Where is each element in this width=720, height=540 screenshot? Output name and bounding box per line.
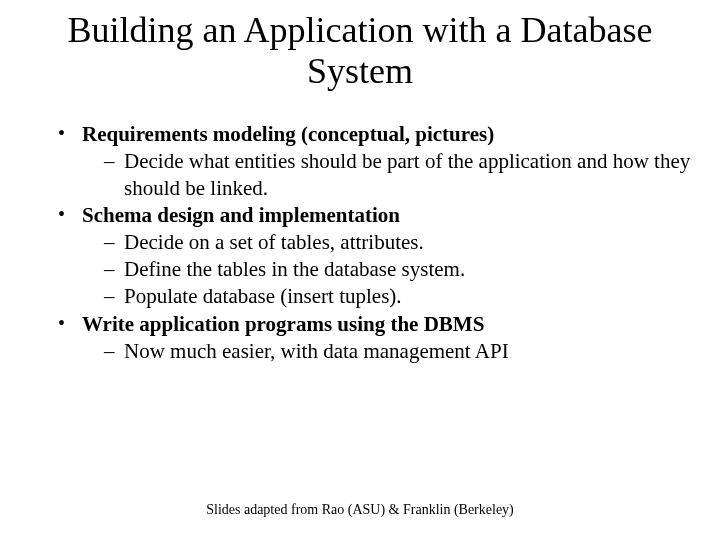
slide-title: Building an Application with a Database … bbox=[20, 10, 700, 93]
sub-list: Decide on a set of tables, attributes. D… bbox=[82, 229, 700, 310]
bullet-label: Schema design and implementation bbox=[82, 203, 400, 227]
slide-footer: Slides adapted from Rao (ASU) & Franklin… bbox=[0, 502, 720, 518]
bullet-item: Schema design and implementation Decide … bbox=[58, 202, 700, 310]
slide: Building an Application with a Database … bbox=[0, 0, 720, 540]
bullet-item: Write application programs using the DBM… bbox=[58, 311, 700, 365]
sub-item: Decide what entities should be part of t… bbox=[104, 148, 700, 202]
bullet-label: Write application programs using the DBM… bbox=[82, 312, 484, 336]
sub-item: Decide on a set of tables, attributes. bbox=[104, 229, 700, 256]
slide-content: Requirements modeling (conceptual, pictu… bbox=[20, 121, 700, 365]
sub-list: Now much easier, with data management AP… bbox=[82, 338, 700, 365]
bullet-label: Requirements modeling (conceptual, pictu… bbox=[82, 122, 494, 146]
sub-item: Define the tables in the database system… bbox=[104, 256, 700, 283]
bullet-item: Requirements modeling (conceptual, pictu… bbox=[58, 121, 700, 202]
sub-item: Populate database (insert tuples). bbox=[104, 283, 700, 310]
sub-item: Now much easier, with data management AP… bbox=[104, 338, 700, 365]
bullet-list: Requirements modeling (conceptual, pictu… bbox=[58, 121, 700, 365]
sub-list: Decide what entities should be part of t… bbox=[82, 148, 700, 202]
